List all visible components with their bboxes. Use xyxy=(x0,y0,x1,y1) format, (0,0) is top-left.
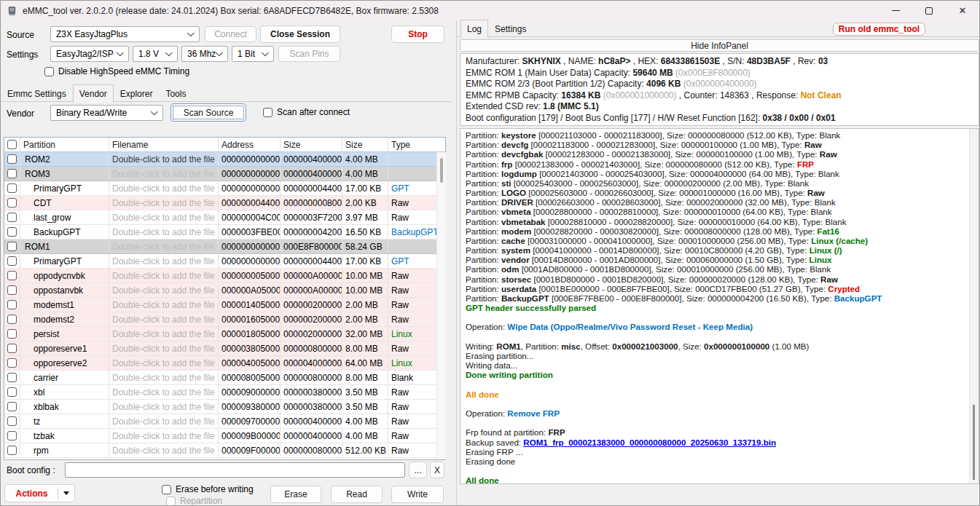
row-checkbox[interactable] xyxy=(7,183,17,193)
table-row-opporeserve2[interactable]: opporeserve2Double-click to add the file… xyxy=(4,356,445,371)
table-row-tz[interactable]: tzDouble-click to add the file0000097000… xyxy=(4,414,445,429)
row-checkbox[interactable] xyxy=(7,213,17,222)
log-text: Linux xyxy=(810,255,832,264)
log-text: Backup saved: xyxy=(466,438,523,447)
table-row-rom3[interactable]: ROM3Double-click to add the file00000000… xyxy=(4,167,445,181)
row-checkbox[interactable] xyxy=(7,256,17,266)
bus-width-dropdown[interactable]: 1 Bit xyxy=(232,46,274,62)
log-line: All done xyxy=(466,475,973,484)
table-row-opporeserve1[interactable]: opporeserve1Double-click to add the file… xyxy=(4,341,445,356)
table-row-rom1[interactable]: ROM1Double-click to add the file00000000… xyxy=(4,240,445,254)
row-checkbox[interactable] xyxy=(7,242,17,251)
column-header-partition[interactable]: Partition xyxy=(20,138,109,151)
table-row-rpm[interactable]: rpmDouble-click to add the file000009F00… xyxy=(4,443,445,458)
clear-boot-config-button[interactable]: X xyxy=(430,462,444,478)
row-checkbox-cell xyxy=(4,385,20,399)
write-button[interactable]: Write xyxy=(391,486,444,503)
run-old-emmc-tool-button[interactable]: Run old emmc_tool xyxy=(833,23,925,36)
interface-dropdown[interactable]: EasyJtag2/ISP xyxy=(50,46,129,62)
table-row-tzbak[interactable]: tzbakDouble-click to add the file000009B… xyxy=(4,429,445,443)
table-row-xbl[interactable]: xblDouble-click to add the file000009000… xyxy=(4,385,445,400)
partition-name-cell: BackupGPT xyxy=(20,225,109,239)
info-line: Extended CSD rev: 1.8 (MMC 5.1) xyxy=(466,101,973,113)
table-row-backupgpt[interactable]: BackupGPTDouble-click to add the file000… xyxy=(4,225,445,240)
table-row-oppodycnvbk[interactable]: oppodycnvbkDouble-click to add the file0… xyxy=(4,269,445,283)
row-checkbox[interactable] xyxy=(7,169,17,178)
row-checkbox[interactable] xyxy=(7,154,17,164)
backup-file-link[interactable]: ROM1_frp_000021383000_000000080000_20250… xyxy=(523,438,776,447)
log-text: [000021103000 - 000021183000], Size: 000… xyxy=(536,130,841,140)
highspeed-checkbox[interactable] xyxy=(44,67,54,76)
select-all-checkbox[interactable] xyxy=(7,140,17,149)
address-cell: 000000A05000 xyxy=(219,283,281,297)
tab-emmc-settings[interactable]: Emmc Settings xyxy=(1,86,73,102)
row-checkbox[interactable] xyxy=(7,387,17,397)
tab-vendor[interactable]: Vendor xyxy=(73,84,114,103)
repartition-checkbox[interactable] xyxy=(166,497,176,506)
address-cell: 000001405000 xyxy=(219,298,281,312)
source-dropdown[interactable]: Z3X EasyJtagPlus xyxy=(50,26,200,42)
scan-source-button[interactable]: Scan Source xyxy=(170,103,246,122)
browse-button[interactable]: ... xyxy=(409,462,427,478)
log-line: Partition: devcfg [000021183000 - 000021… xyxy=(466,140,973,149)
row-checkbox[interactable] xyxy=(7,358,17,368)
boot-config-input[interactable] xyxy=(65,462,405,478)
row-checkbox[interactable] xyxy=(7,271,17,280)
erase-button[interactable]: Erase xyxy=(270,486,321,503)
scan-pins-button[interactable]: Scan Pins xyxy=(278,46,340,62)
row-checkbox[interactable] xyxy=(7,431,17,440)
column-header-size[interactable]: Size xyxy=(342,138,388,151)
maximize-button[interactable] xyxy=(912,1,946,20)
erase-before-writing-checkbox[interactable] xyxy=(162,485,171,494)
row-checkbox[interactable] xyxy=(7,446,17,455)
minimize-button[interactable] xyxy=(879,1,912,20)
log-text: 03 xyxy=(818,56,828,66)
row-checkbox[interactable] xyxy=(7,285,17,295)
table-row-modemst1[interactable]: modemst1Double-click to add the file0000… xyxy=(4,298,445,312)
table-row-carrier[interactable]: carrierDouble-click to add the file00000… xyxy=(4,371,445,385)
log-scrollbar[interactable] xyxy=(969,129,979,483)
column-header-address[interactable]: Address xyxy=(219,138,281,151)
row-checkbox[interactable] xyxy=(7,315,17,324)
hide-infopanel-button[interactable]: Hide InfoPanel xyxy=(460,39,979,52)
stop-button[interactable]: Stop xyxy=(391,25,444,43)
column-header-filename[interactable]: Filename xyxy=(109,138,219,151)
table-scrollbar-thumb[interactable] xyxy=(440,158,443,183)
column-header-size[interactable]: Size xyxy=(281,138,342,151)
row-checkbox[interactable] xyxy=(7,373,17,382)
row-checkbox[interactable] xyxy=(7,329,17,339)
table-row-primarygpt[interactable]: PrimaryGPTDouble-click to add the file00… xyxy=(4,181,445,196)
tab-settings[interactable]: Settings xyxy=(488,21,533,37)
actions-button[interactable]: Actions xyxy=(4,484,75,502)
size-hex-cell: 000000800000 xyxy=(281,371,342,384)
table-row-last_grow[interactable]: last_growDouble-click to add the file000… xyxy=(4,210,445,225)
close-session-button[interactable]: Close Session xyxy=(260,25,340,43)
tab-tools[interactable]: Tools xyxy=(159,86,192,102)
scan-after-connect-checkbox[interactable] xyxy=(263,108,273,117)
vendor-dropdown[interactable]: Binary Read/Write xyxy=(50,105,163,121)
column-header-type[interactable]: Type xyxy=(388,138,445,151)
row-checkbox[interactable] xyxy=(7,198,17,207)
voltage-dropdown[interactable]: 1.8 V xyxy=(133,46,178,62)
table-row-rom2[interactable]: ROM2Double-click to add the file00000000… xyxy=(4,152,445,167)
row-checkbox[interactable] xyxy=(7,402,17,411)
row-checkbox[interactable] xyxy=(7,416,17,426)
row-checkbox[interactable] xyxy=(7,300,17,309)
read-button[interactable]: Read xyxy=(331,486,383,503)
row-checkbox[interactable] xyxy=(7,227,17,237)
size-hex-cell: 000000400000 xyxy=(281,167,342,181)
connect-button[interactable]: Connect xyxy=(205,26,256,42)
table-row-persist[interactable]: persistDouble-click to add the file00000… xyxy=(4,327,445,341)
tab-log[interactable]: Log xyxy=(460,20,488,38)
table-row-cdt[interactable]: CDTDouble-click to add the file000000004… xyxy=(4,196,445,210)
table-row-modemst2[interactable]: modemst2Double-click to add the file0000… xyxy=(4,312,445,327)
close-button[interactable]: ✕ xyxy=(946,1,979,20)
table-row-oppostanvbk[interactable]: oppostanvbkDouble-click to add the file0… xyxy=(4,283,445,298)
frequency-dropdown[interactable]: 36 Mhz xyxy=(181,46,228,62)
table-row-primarygpt[interactable]: PrimaryGPTDouble-click to add the file00… xyxy=(4,254,445,269)
row-checkbox[interactable] xyxy=(7,344,17,353)
table-scrollbar[interactable] xyxy=(436,152,446,459)
tab-explorer[interactable]: Explorer xyxy=(114,86,160,102)
table-row-xblbak[interactable]: xblbakDouble-click to add the file000009… xyxy=(4,400,445,414)
log-scrollbar-thumb[interactable] xyxy=(973,405,975,480)
